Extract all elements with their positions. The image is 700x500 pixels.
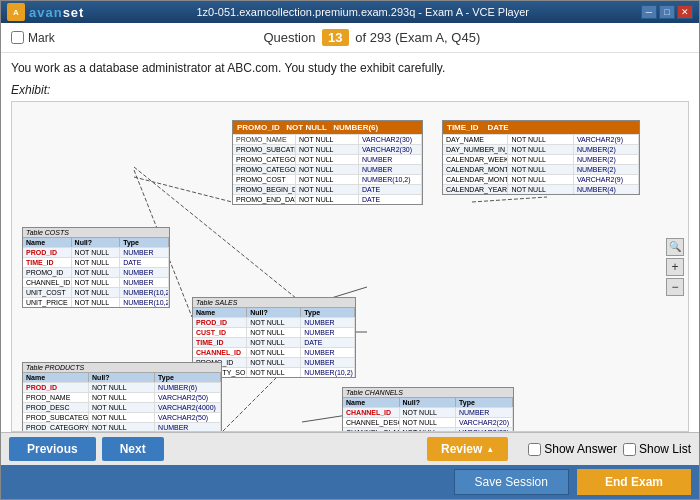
question-text: You work as a database administrator at … <box>1 53 699 79</box>
table-row: DAY_NUMBER_IN_MONTH NOT NULL NUMBER(2) <box>443 144 639 154</box>
table-times-header: TIME_ID DATE <box>443 121 639 134</box>
previous-button[interactable]: Previous <box>9 437 96 461</box>
show-list-input[interactable] <box>623 443 636 456</box>
table-row: PROD_SUBCATEGORY NOT NULL VARCHAR2(50) <box>23 412 221 422</box>
close-button[interactable]: ✕ <box>677 5 693 19</box>
review-label: Review <box>441 442 482 456</box>
table-costs-name: Table COSTS <box>23 228 169 238</box>
logo-text: avanset <box>29 5 84 20</box>
zoom-out-button[interactable]: − <box>666 278 684 296</box>
question-total: of 293 (Exam A, Q45) <box>355 30 480 45</box>
review-chevron-icon: ▲ <box>486 445 494 454</box>
save-session-button[interactable]: Save Session <box>454 469 569 495</box>
mark-label: Mark <box>28 31 55 45</box>
mark-checkbox-container: Mark <box>11 31 55 45</box>
table-row: CALENDAR_MONTH_NAME NOT NULL VARCHAR2(9) <box>443 174 639 184</box>
table-row: UNIT_PRICE NOT NULL NUMBER(10,2) <box>23 297 169 307</box>
search-button[interactable]: 🔍 <box>666 238 684 256</box>
table-row: CALENDAR_WEEK_NUMBER NOT NULL NUMBER(2) <box>443 154 639 164</box>
show-list-label: Show List <box>639 442 691 456</box>
end-exam-button[interactable]: End Exam <box>577 469 691 495</box>
table-row: PROD_ID NOT NULL NUMBER <box>193 317 355 327</box>
table-channels-name: Table CHANNELS <box>343 388 513 398</box>
table-row: PROD_ID NOT NULL NUMBER <box>23 247 169 257</box>
table-row: PROD_NAME NOT NULL VARCHAR2(50) <box>23 392 221 402</box>
table-sales-name: Table SALES <box>193 298 355 308</box>
exhibit-label: Exhibit: <box>1 79 699 101</box>
minimize-button[interactable]: ─ <box>641 5 657 19</box>
window-title: 1z0-051.examcollection.premium.exam.293q… <box>196 6 529 18</box>
svg-line-4 <box>472 197 547 202</box>
table-times: TIME_ID DATE DAY_NAME NOT NULL VARCHAR2(… <box>442 120 640 195</box>
next-button[interactable]: Next <box>102 437 164 461</box>
table-row: PROMO_ID NOT NULL NUMBER <box>23 267 169 277</box>
table-row: PROMO_END_DATE NOT NULL DATE <box>233 194 422 204</box>
exhibit-canvas: PROMO_ID NOT NULL NUMBER(6) PROMO_NAME N… <box>12 102 688 431</box>
table-row: CHANNEL_DESC NOT NULL VARCHAR2(20) <box>343 417 513 427</box>
table-channels-cols: NameNull?Type <box>343 398 513 407</box>
window-controls: ─ □ ✕ <box>641 5 693 19</box>
bottom-toolbar-1: Previous Next Review ▲ Show Answer Show … <box>1 432 699 465</box>
show-answer-label: Show Answer <box>544 442 617 456</box>
table-costs: Table COSTS NameNull?Type PROD_ID NOT NU… <box>22 227 170 308</box>
table-row: PROMO_NAME NOT NULL VARCHAR2(30) <box>233 134 422 144</box>
table-row: PROMO_SUBCATEGORY NOT NULL VARCHAR2(30) <box>233 144 422 154</box>
table-row: DAY_NAME NOT NULL VARCHAR2(9) <box>443 134 639 144</box>
table-row: CHANNEL_ID NOT NULL NUMBER <box>23 277 169 287</box>
question-header: Mark Question 13 of 293 (Exam A, Q45) <box>1 23 699 53</box>
mark-checkbox[interactable] <box>11 31 24 44</box>
table-row: PROD_CATEGORY_ID NOT NULL NUMBER <box>23 422 221 432</box>
question-info: Question 13 of 293 (Exam A, Q45) <box>55 29 689 46</box>
table-row: UNIT_COST NOT NULL NUMBER(10,2) <box>23 287 169 297</box>
app-window: A avanset 1z0-051.examcollection.premium… <box>0 0 700 500</box>
table-row: CALENDAR_YEAR NOT NULL NUMBER(4) <box>443 184 639 194</box>
bottom-toolbar-2: Save Session End Exam <box>1 465 699 499</box>
table-costs-cols: NameNull?Type <box>23 238 169 247</box>
zoom-controls: 🔍 + − <box>666 238 684 296</box>
maximize-button[interactable]: □ <box>659 5 675 19</box>
review-button[interactable]: Review ▲ <box>427 437 508 461</box>
table-products-name: Table PRODUCTS <box>23 363 221 373</box>
table-promo: PROMO_ID NOT NULL NUMBER(6) PROMO_NAME N… <box>232 120 423 205</box>
svg-line-0 <box>134 177 232 202</box>
table-channels: Table CHANNELS NameNull?Type CHANNEL_ID … <box>342 387 514 432</box>
table-promo-header: PROMO_ID NOT NULL NUMBER(6) <box>233 121 422 134</box>
table-row: PROMO_COST NOT NULL NUMBER(10,2) <box>233 174 422 184</box>
table-row: TIME_ID NOT NULL DATE <box>193 337 355 347</box>
show-list-checkbox[interactable]: Show List <box>623 442 691 456</box>
table-row: PROD_DESC NOT NULL VARCHAR2(4000) <box>23 402 221 412</box>
table-row: PROD_ID NOT NULL NUMBER(6) <box>23 382 221 392</box>
table-row: TIME_ID NOT NULL DATE <box>23 257 169 267</box>
main-content: Mark Question 13 of 293 (Exam A, Q45) Yo… <box>1 23 699 499</box>
table-row: CHANNEL_ID NOT NULL NUMBER <box>343 407 513 417</box>
question-label: Question <box>263 30 315 45</box>
logo: A avanset <box>7 3 84 21</box>
exhibit-area: PROMO_ID NOT NULL NUMBER(6) PROMO_NAME N… <box>11 101 689 432</box>
show-answer-checkbox[interactable]: Show Answer <box>528 442 617 456</box>
table-row: CALENDAR_MONTH_NUMBER NOT NULL NUMBER(2) <box>443 164 639 174</box>
title-bar: A avanset 1z0-051.examcollection.premium… <box>1 1 699 23</box>
table-row: PROMO_CATEGORY NOT NULL NUMBER <box>233 154 422 164</box>
table-products: Table PRODUCTS NameNull?Type PROD_ID NOT… <box>22 362 222 432</box>
show-answer-input[interactable] <box>528 443 541 456</box>
table-row: PROMO_BEGIN_DATE NOT NULL DATE <box>233 184 422 194</box>
zoom-in-button[interactable]: + <box>666 258 684 276</box>
table-row: PROMO_CATEGORY_ID NOT NULL NUMBER <box>233 164 422 174</box>
table-row: CUST_ID NOT NULL NUMBER <box>193 327 355 337</box>
table-products-cols: NameNull?Type <box>23 373 221 382</box>
table-sales-cols: NameNull?Type <box>193 308 355 317</box>
question-number: 13 <box>322 29 348 46</box>
table-row: CHANNEL_CLASS NOT NULL VARCHAR2(20) <box>343 427 513 432</box>
table-row: CHANNEL_ID NOT NULL NUMBER <box>193 347 355 357</box>
